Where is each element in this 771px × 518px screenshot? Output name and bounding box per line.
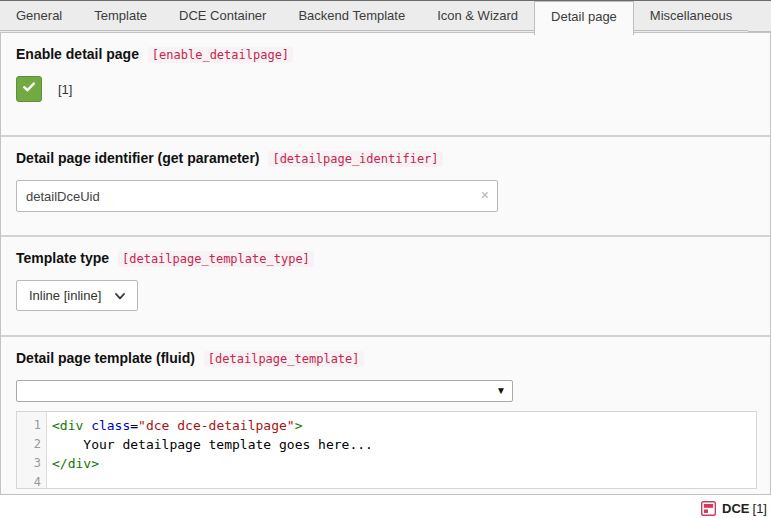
field-label-row: Enable detail page [enable_detailpage] (16, 46, 755, 62)
detailpage-template-label: Detail page template (fluid) (16, 350, 195, 366)
template-type-code-badge: [detailpage_template_type] (118, 251, 314, 267)
detailpage-template-select[interactable]: ▼ (16, 380, 513, 402)
code-token-tag: <div (52, 418, 91, 433)
code-editor[interactable]: 1 2 3 4 <div class="dce dce-detailpage">… (16, 411, 757, 489)
enable-detailpage-checkbox[interactable] (16, 76, 42, 102)
tab-miscellaneous[interactable]: Miscellaneous (634, 1, 748, 31)
code-line-3: </div> (52, 454, 756, 473)
line-number: 1 (17, 416, 41, 435)
checkbox-row: [1] (16, 76, 755, 102)
dropdown-arrow-icon: ▼ (496, 386, 506, 396)
tab-detail-page[interactable]: Detail page (534, 1, 634, 35)
checkmark-icon (21, 79, 37, 99)
section-detailpage-identifier: Detail page identifier (get parameter) [… (1, 135, 770, 235)
tab-dce-container[interactable]: DCE Container (163, 1, 282, 31)
detailpage-template-code-badge: [detailpage_template] (204, 351, 364, 367)
identifier-input-wrap: × (16, 180, 498, 212)
tab-bar: General Template DCE Container Backend T… (0, 1, 771, 32)
tab-general[interactable]: General (0, 1, 78, 31)
field-label-row: Template type [detailpage_template_type] (16, 250, 755, 266)
editor-code-area[interactable]: <div class="dce dce-detailpage"> Your de… (47, 412, 756, 488)
detailpage-identifier-code-badge: [detailpage_identifier] (268, 151, 442, 167)
code-token-attr: class (91, 418, 130, 433)
field-label-row: Detail page identifier (get parameter) [… (16, 150, 755, 166)
section-enable-detail-page: Enable detail page [enable_detailpage] [… (1, 33, 770, 135)
editor-line-numbers: 1 2 3 4 (17, 412, 47, 488)
code-token-tag: > (295, 418, 303, 433)
clear-input-icon[interactable]: × (481, 188, 489, 202)
enable-detailpage-label: Enable detail page (16, 46, 139, 62)
code-line-2: Your detailpage template goes here... (52, 435, 756, 454)
tab-backend-template[interactable]: Backend Template (282, 1, 421, 31)
chevron-down-icon (115, 288, 125, 303)
line-number: 4 (17, 473, 41, 489)
record-count: [1] (753, 501, 767, 516)
section-detailpage-template: Detail page template (fluid) [detailpage… (1, 335, 770, 494)
detailpage-identifier-label: Detail page identifier (get parameter) (16, 150, 260, 166)
code-token-string: "dce dce-detailpage" (138, 418, 295, 433)
tab-icon-wizard[interactable]: Icon & Wizard (421, 1, 534, 31)
code-token-eq: = (130, 418, 138, 433)
detailpage-identifier-input[interactable] (16, 180, 498, 212)
template-type-label: Template type (16, 250, 109, 266)
line-number: 3 (17, 454, 41, 473)
checkbox-value-label: [1] (58, 82, 72, 97)
template-type-select-value: Inline [inline] (29, 288, 101, 303)
tab-content-panel: Enable detail page [enable_detailpage] [… (0, 32, 771, 495)
dce-detail-page-form: General Template DCE Container Backend T… (0, 0, 771, 518)
record-type-label: DCE (722, 501, 749, 516)
record-footer: DCE [1] (0, 495, 771, 516)
line-number: 2 (17, 435, 41, 454)
enable-detailpage-code-badge: [enable_detailpage] (148, 47, 293, 63)
section-template-type: Template type [detailpage_template_type]… (1, 235, 770, 335)
dce-icon (701, 501, 716, 516)
code-line-1: <div class="dce dce-detailpage"> (52, 416, 756, 435)
template-type-select[interactable]: Inline [inline] (16, 280, 138, 311)
field-label-row: Detail page template (fluid) [detailpage… (16, 350, 755, 366)
tab-template[interactable]: Template (78, 1, 163, 31)
